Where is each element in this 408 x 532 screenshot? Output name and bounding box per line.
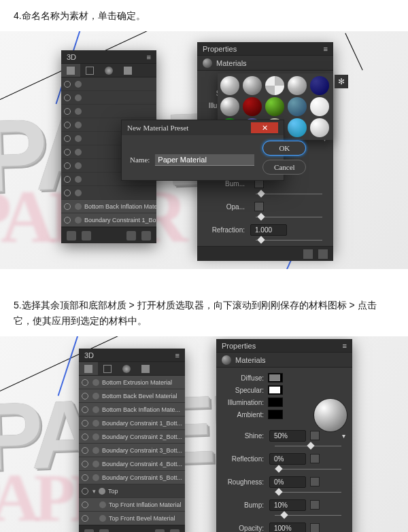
- footer-icon[interactable]: [67, 231, 76, 241]
- property-value[interactable]: 0%: [269, 453, 306, 465]
- trash-icon[interactable]: [141, 231, 151, 241]
- material-preset[interactable]: [220, 97, 239, 116]
- material-preset[interactable]: [220, 76, 239, 95]
- ok-button[interactable]: OK: [262, 141, 306, 156]
- visibility-icon[interactable]: [64, 217, 71, 224]
- specular-swatch[interactable]: [268, 385, 283, 395]
- layer-group-row[interactable]: ▾Top: [79, 484, 185, 498]
- visibility-icon[interactable]: [82, 406, 88, 413]
- slider[interactable]: [275, 444, 341, 448]
- footer-icon[interactable]: [82, 231, 91, 241]
- property-value[interactable]: 1.000: [250, 224, 287, 236]
- material-preview[interactable]: ▾: [314, 399, 347, 431]
- material-preset[interactable]: [310, 97, 329, 116]
- layer-row[interactable]: [61, 186, 156, 200]
- visibility-icon[interactable]: [82, 379, 88, 386]
- visibility-icon[interactable]: [64, 203, 71, 210]
- property-icon[interactable]: [254, 202, 264, 211]
- trash-icon[interactable]: [318, 249, 328, 259]
- visibility-icon[interactable]: [82, 501, 88, 508]
- tab-filter-1[interactable]: [79, 362, 98, 375]
- layer-row[interactable]: Boundary Constraint 4_Bott...: [79, 457, 185, 471]
- panel-menu-icon[interactable]: ≡: [343, 342, 347, 350]
- panel-properties-header[interactable]: Properties ≡: [197, 42, 333, 56]
- visibility-icon[interactable]: [82, 393, 88, 400]
- footer-icon[interactable]: [84, 529, 94, 532]
- material-preset[interactable]: [243, 97, 262, 116]
- layer-row[interactable]: Top Front Inflation Material: [79, 498, 185, 512]
- panel-3d-header[interactable]: 3D ≡: [79, 349, 185, 362]
- tab-filter-1[interactable]: [61, 64, 80, 77]
- layer-row[interactable]: [61, 91, 156, 105]
- layer-row[interactable]: [61, 105, 156, 118]
- layer-row[interactable]: Boundary Constraint 3_Bott...: [79, 444, 185, 457]
- slider[interactable]: [275, 490, 341, 494]
- property-value[interactable]: 10%: [269, 499, 306, 511]
- material-preset[interactable]: [265, 76, 284, 95]
- layer-row[interactable]: Boundary Constraint 1_Bott...: [79, 416, 185, 430]
- material-preset[interactable]: [288, 97, 307, 116]
- visibility-icon[interactable]: [64, 135, 71, 142]
- property-icon[interactable]: [310, 477, 320, 486]
- tab-filter-3[interactable]: [99, 64, 118, 77]
- panel-menu-icon[interactable]: ≡: [175, 351, 180, 359]
- panel-menu-icon[interactable]: ≡: [147, 53, 151, 61]
- footer-icon[interactable]: [99, 529, 109, 532]
- tab-filter-3[interactable]: [117, 362, 136, 375]
- expand-icon[interactable]: ▾: [92, 488, 96, 495]
- close-icon[interactable]: ✕: [251, 122, 278, 133]
- visibility-icon[interactable]: [82, 461, 88, 467]
- material-preset[interactable]: [310, 118, 329, 137]
- slider[interactable]: [275, 513, 341, 517]
- illumination-swatch[interactable]: [268, 397, 283, 407]
- ambient-swatch[interactable]: [268, 410, 283, 419]
- visibility-icon[interactable]: [82, 474, 88, 481]
- property-icon[interactable]: [310, 431, 320, 440]
- material-preset[interactable]: [288, 76, 307, 95]
- slider[interactable]: [275, 467, 341, 471]
- layer-row[interactable]: Bottom Extrusion Material: [79, 376, 185, 389]
- material-preset[interactable]: [265, 97, 284, 116]
- preview-dropdown-icon[interactable]: ▾: [342, 432, 345, 440]
- property-icon[interactable]: [310, 500, 320, 510]
- dialog-header[interactable]: New Material Preset ✕: [122, 120, 284, 135]
- tab-filter-4[interactable]: [118, 64, 137, 77]
- layer-row[interactable]: Bottom Back Bevel Material: [79, 389, 185, 403]
- slider[interactable]: [256, 192, 322, 196]
- property-icon[interactable]: [310, 454, 320, 463]
- visibility-icon[interactable]: [82, 420, 88, 427]
- layer-row[interactable]: Boundary Constraint 5_Bott...: [79, 471, 185, 484]
- visibility-icon[interactable]: [64, 162, 71, 169]
- material-preset[interactable]: [288, 118, 307, 137]
- panel-menu-icon[interactable]: ≡: [324, 45, 328, 53]
- diffuse-swatch[interactable]: [268, 373, 283, 383]
- visibility-icon[interactable]: [82, 488, 88, 495]
- panel-properties-header[interactable]: Properties ≡: [216, 339, 352, 353]
- visibility-icon[interactable]: [64, 122, 71, 128]
- layer-row[interactable]: Bottom Back Inflation Mate...: [61, 200, 156, 213]
- cancel-button[interactable]: Cancel: [262, 160, 306, 175]
- visibility-icon[interactable]: [64, 190, 71, 196]
- new-icon[interactable]: [303, 249, 313, 259]
- new-icon[interactable]: [155, 529, 165, 532]
- slider[interactable]: [256, 238, 322, 242]
- property-value[interactable]: 100%: [269, 522, 306, 532]
- material-preset[interactable]: [310, 76, 329, 95]
- visibility-icon[interactable]: [82, 447, 88, 454]
- tab-filter-4[interactable]: [136, 362, 155, 375]
- layer-row[interactable]: Top Front Bevel Material: [79, 512, 185, 525]
- tab-filter-2[interactable]: [80, 64, 99, 77]
- property-icon[interactable]: [310, 523, 320, 532]
- slider[interactable]: [256, 215, 322, 219]
- visibility-icon[interactable]: [82, 433, 88, 440]
- name-input[interactable]: [155, 154, 254, 166]
- tab-filter-2[interactable]: [98, 362, 117, 375]
- panel-3d-header[interactable]: 3D ≡: [61, 50, 156, 64]
- new-icon[interactable]: [126, 231, 136, 241]
- layer-row[interactable]: [61, 77, 156, 91]
- trash-icon[interactable]: [170, 529, 180, 532]
- layer-row[interactable]: Boundary Constraint 1_Bott...: [61, 213, 156, 227]
- layer-row[interactable]: Bottom Back Inflation Mate...: [79, 403, 185, 416]
- visibility-icon[interactable]: [64, 94, 71, 101]
- visibility-icon[interactable]: [64, 108, 71, 115]
